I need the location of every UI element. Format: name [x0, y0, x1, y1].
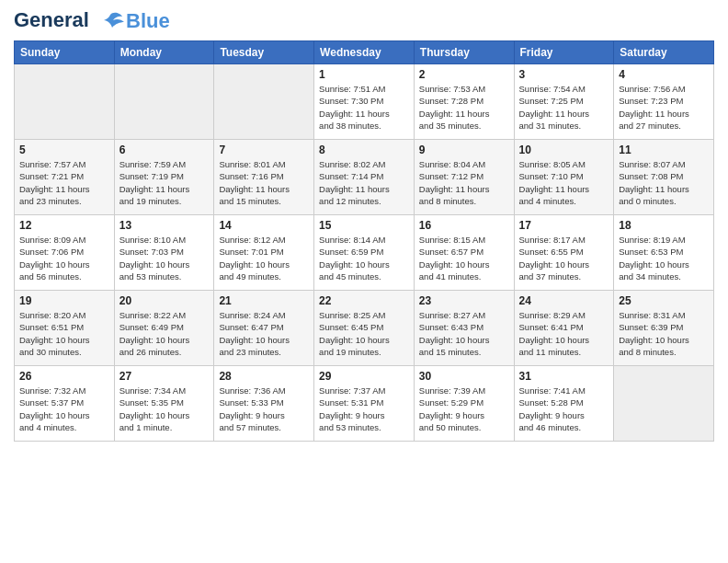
day-number: 24 [519, 294, 609, 307]
day-number: 30 [419, 370, 509, 383]
calendar-cell: 24Sunrise: 8:29 AM Sunset: 6:41 PM Dayli… [514, 291, 614, 366]
weekday-header-tuesday: Tuesday [214, 41, 314, 64]
calendar-cell: 9Sunrise: 8:04 AM Sunset: 7:12 PM Daylig… [414, 140, 514, 215]
day-info: Sunrise: 8:29 AM Sunset: 6:41 PM Dayligh… [519, 309, 609, 358]
day-number: 3 [519, 68, 609, 81]
day-info: Sunrise: 7:39 AM Sunset: 5:29 PM Dayligh… [419, 385, 509, 433]
day-number: 19 [19, 294, 109, 307]
day-number: 2 [419, 68, 509, 81]
day-info: Sunrise: 8:14 AM Sunset: 6:59 PM Dayligh… [319, 234, 409, 282]
calendar-cell: 30Sunrise: 7:39 AM Sunset: 5:29 PM Dayli… [414, 366, 514, 442]
weekday-header-sunday: Sunday [15, 41, 115, 64]
logo: General Blue [14, 9, 170, 33]
calendar-cell: 8Sunrise: 8:02 AM Sunset: 7:14 PM Daylig… [314, 140, 415, 215]
calendar-cell: 23Sunrise: 8:27 AM Sunset: 6:43 PM Dayli… [414, 291, 514, 366]
calendar-cell: 16Sunrise: 8:15 AM Sunset: 6:57 PM Dayli… [414, 215, 514, 291]
day-info: Sunrise: 8:24 AM Sunset: 6:47 PM Dayligh… [219, 309, 309, 358]
calendar-cell: 17Sunrise: 8:17 AM Sunset: 6:55 PM Dayli… [514, 215, 614, 291]
calendar-week-3: 12Sunrise: 8:09 AM Sunset: 7:06 PM Dayli… [15, 215, 714, 291]
day-info: Sunrise: 8:01 AM Sunset: 7:16 PM Dayligh… [219, 158, 309, 207]
day-info: Sunrise: 8:17 AM Sunset: 6:55 PM Dayligh… [519, 234, 609, 282]
calendar-week-2: 5Sunrise: 7:57 AM Sunset: 7:21 PM Daylig… [15, 140, 714, 215]
day-number: 15 [319, 219, 409, 232]
day-number: 9 [419, 144, 509, 156]
calendar-cell: 10Sunrise: 8:05 AM Sunset: 7:10 PM Dayli… [514, 140, 614, 215]
header: General Blue [14, 9, 714, 33]
day-info: Sunrise: 7:41 AM Sunset: 5:28 PM Dayligh… [519, 385, 609, 433]
day-number: 10 [519, 144, 609, 156]
day-number: 29 [319, 370, 409, 383]
day-info: Sunrise: 8:12 AM Sunset: 7:01 PM Dayligh… [219, 234, 309, 282]
day-info: Sunrise: 8:27 AM Sunset: 6:43 PM Dayligh… [419, 309, 509, 358]
day-info: Sunrise: 7:34 AM Sunset: 5:35 PM Dayligh… [119, 385, 210, 433]
weekday-header-thursday: Thursday [414, 41, 514, 64]
day-number: 1 [319, 68, 409, 81]
calendar-cell: 26Sunrise: 7:32 AM Sunset: 5:37 PM Dayli… [15, 366, 115, 442]
day-info: Sunrise: 7:56 AM Sunset: 7:23 PM Dayligh… [619, 83, 709, 132]
day-number: 7 [219, 144, 309, 156]
day-info: Sunrise: 8:07 AM Sunset: 7:08 PM Dayligh… [619, 158, 709, 207]
day-info: Sunrise: 7:54 AM Sunset: 7:25 PM Dayligh… [519, 83, 609, 132]
calendar-cell: 15Sunrise: 8:14 AM Sunset: 6:59 PM Dayli… [314, 215, 415, 291]
logo-bird-icon [97, 11, 124, 31]
day-number: 18 [619, 219, 709, 232]
calendar-cell: 25Sunrise: 8:31 AM Sunset: 6:39 PM Dayli… [614, 291, 714, 366]
calendar-cell: 31Sunrise: 7:41 AM Sunset: 5:28 PM Dayli… [514, 366, 614, 442]
weekday-header-saturday: Saturday [614, 41, 714, 64]
day-number: 8 [319, 144, 409, 156]
day-number: 6 [119, 144, 210, 156]
day-info: Sunrise: 8:15 AM Sunset: 6:57 PM Dayligh… [419, 234, 509, 282]
calendar-cell [114, 64, 214, 140]
day-number: 13 [119, 219, 210, 232]
day-info: Sunrise: 7:51 AM Sunset: 7:30 PM Dayligh… [319, 83, 409, 132]
day-info: Sunrise: 8:19 AM Sunset: 6:53 PM Dayligh… [619, 234, 709, 282]
day-number: 25 [619, 294, 709, 307]
day-info: Sunrise: 8:05 AM Sunset: 7:10 PM Dayligh… [519, 158, 609, 207]
day-number: 16 [419, 219, 509, 232]
calendar-cell: 7Sunrise: 8:01 AM Sunset: 7:16 PM Daylig… [214, 140, 314, 215]
calendar-table: SundayMondayTuesdayWednesdayThursdayFrid… [14, 40, 714, 442]
page: General Blue SundayMondayTuesdayWednesda… [0, 0, 728, 563]
day-number: 21 [219, 294, 309, 307]
day-info: Sunrise: 8:02 AM Sunset: 7:14 PM Dayligh… [319, 158, 409, 207]
calendar-cell: 2Sunrise: 7:53 AM Sunset: 7:28 PM Daylig… [414, 64, 514, 140]
calendar-week-4: 19Sunrise: 8:20 AM Sunset: 6:51 PM Dayli… [15, 291, 714, 366]
calendar-header-row: SundayMondayTuesdayWednesdayThursdayFrid… [15, 41, 714, 64]
calendar-cell: 11Sunrise: 8:07 AM Sunset: 7:08 PM Dayli… [614, 140, 714, 215]
weekday-header-wednesday: Wednesday [314, 41, 415, 64]
day-number: 22 [319, 294, 409, 307]
day-info: Sunrise: 8:04 AM Sunset: 7:12 PM Dayligh… [419, 158, 509, 207]
calendar-cell [214, 64, 314, 140]
calendar-cell: 18Sunrise: 8:19 AM Sunset: 6:53 PM Dayli… [614, 215, 714, 291]
calendar-cell: 29Sunrise: 7:37 AM Sunset: 5:31 PM Dayli… [314, 366, 415, 442]
day-number: 23 [419, 294, 509, 307]
day-info: Sunrise: 7:59 AM Sunset: 7:19 PM Dayligh… [119, 158, 210, 207]
day-number: 28 [219, 370, 309, 383]
calendar-cell: 12Sunrise: 8:09 AM Sunset: 7:06 PM Dayli… [15, 215, 115, 291]
day-info: Sunrise: 8:31 AM Sunset: 6:39 PM Dayligh… [619, 309, 709, 358]
day-number: 4 [619, 68, 709, 81]
day-number: 20 [119, 294, 210, 307]
calendar-cell: 5Sunrise: 7:57 AM Sunset: 7:21 PM Daylig… [15, 140, 115, 215]
day-number: 31 [519, 370, 609, 383]
day-info: Sunrise: 8:09 AM Sunset: 7:06 PM Dayligh… [19, 234, 109, 282]
day-info: Sunrise: 7:36 AM Sunset: 5:33 PM Dayligh… [219, 385, 309, 433]
logo-general: General [14, 8, 89, 31]
calendar-week-5: 26Sunrise: 7:32 AM Sunset: 5:37 PM Dayli… [15, 366, 714, 442]
calendar-cell: 20Sunrise: 8:22 AM Sunset: 6:49 PM Dayli… [114, 291, 214, 366]
calendar-cell: 19Sunrise: 8:20 AM Sunset: 6:51 PM Dayli… [15, 291, 115, 366]
day-number: 26 [19, 370, 109, 383]
calendar-cell: 1Sunrise: 7:51 AM Sunset: 7:30 PM Daylig… [314, 64, 415, 140]
calendar-cell: 28Sunrise: 7:36 AM Sunset: 5:33 PM Dayli… [214, 366, 314, 442]
day-number: 11 [619, 144, 709, 156]
calendar-cell: 4Sunrise: 7:56 AM Sunset: 7:23 PM Daylig… [614, 64, 714, 140]
day-info: Sunrise: 8:25 AM Sunset: 6:45 PM Dayligh… [319, 309, 409, 358]
day-number: 27 [119, 370, 210, 383]
calendar-cell: 3Sunrise: 7:54 AM Sunset: 7:25 PM Daylig… [514, 64, 614, 140]
calendar-cell: 22Sunrise: 8:25 AM Sunset: 6:45 PM Dayli… [314, 291, 415, 366]
day-info: Sunrise: 7:53 AM Sunset: 7:28 PM Dayligh… [419, 83, 509, 132]
day-info: Sunrise: 8:10 AM Sunset: 7:03 PM Dayligh… [119, 234, 210, 282]
logo-blue: Blue [126, 9, 170, 33]
day-number: 5 [19, 144, 109, 156]
day-info: Sunrise: 7:32 AM Sunset: 5:37 PM Dayligh… [19, 385, 109, 433]
